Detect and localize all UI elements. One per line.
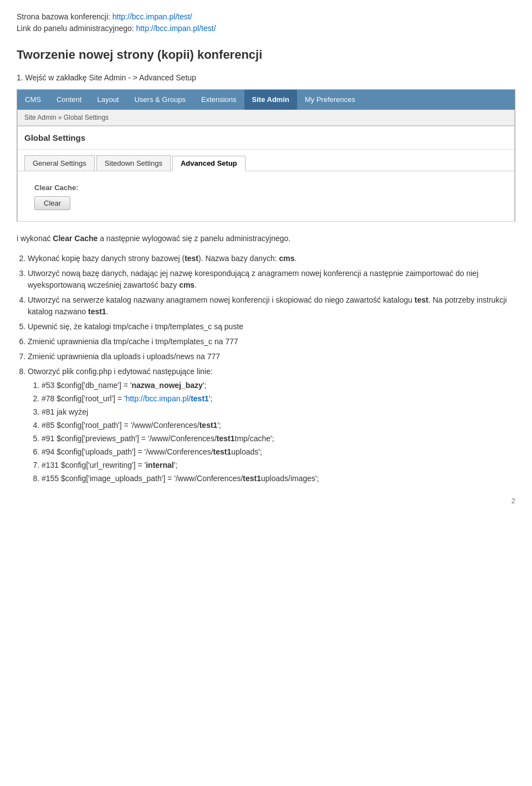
breadcrumb-bar: Site Admin » Global Settings — [17, 110, 515, 126]
clear-cache-section: Clear Cache: Clear — [34, 182, 498, 211]
nav-item-my-preferences[interactable]: My Preferences — [297, 90, 363, 110]
step5: Upewnić się, że katalogi tmp/cache i tmp… — [28, 321, 515, 333]
header-link2[interactable]: http://bcc.impan.pl/test/ — [136, 24, 216, 33]
step8-sub-item: #53 $config['db_name'] = 'nazwa_nowej_ba… — [42, 380, 515, 391]
header-line1: Strona bazowa konferencji: http://bcc.im… — [17, 11, 515, 23]
step2: Wykonać kopię bazy danych strony bazowej… — [28, 253, 515, 264]
tab-sitedown-settings[interactable]: Sitedown Settings — [96, 155, 171, 171]
step8-link[interactable]: http://bcc.impan.pl/test1 — [126, 394, 209, 403]
step8: Otworzyć plik config.php i edytować nast… — [28, 366, 515, 484]
header-line2: Link do panelu administracyjnego: http:/… — [17, 23, 515, 34]
step1-footer: i wykonać Clear Cache a następnie wylogo… — [17, 233, 515, 244]
step8-sub-item: #131 $config['url_rewriting'] = 'interna… — [42, 460, 515, 471]
step8-sub-item: #155 $config['image_uploads_path'] = '/w… — [42, 473, 515, 484]
tab-advanced-setup[interactable]: Advanced Setup — [172, 156, 245, 171]
global-settings-box: Global Settings General SettingsSitedown… — [17, 126, 515, 222]
step1-intro: 1. Wejść w zakładkę Site Admin - > Advan… — [17, 72, 515, 84]
nav-item-extensions[interactable]: Extensions — [193, 90, 244, 110]
step8-sub-item: #91 $config['previews_path'] = '/www/Con… — [42, 433, 515, 445]
step7: Zmienić uprawnienia dla uploads i upload… — [28, 351, 515, 363]
cms-nav: CMSContentLayoutUsers & GroupsExtensions… — [17, 90, 515, 110]
nav-item-users---groups[interactable]: Users & Groups — [126, 90, 193, 110]
nav-item-site-admin[interactable]: Site Admin — [244, 90, 297, 110]
step8-sub-item: #78 $config['root_url'] = 'http://bcc.im… — [42, 393, 515, 405]
clear-cache-label: Clear Cache: — [34, 182, 498, 193]
main-steps-list: Wykonać kopię bazy danych strony bazowej… — [28, 253, 515, 484]
header-line1-prefix: Strona bazowa konferencji: — [17, 12, 112, 21]
step8-sub-item: #85 $config['root_path'] = '/www/Confere… — [42, 420, 515, 431]
tab-general-settings[interactable]: General Settings — [24, 155, 95, 171]
steps-section: Wykonać kopię bazy danych strony bazowej… — [17, 253, 515, 484]
step3: Utworzyć nową bazę danych, nadając jej n… — [28, 268, 515, 291]
nav-item-cms[interactable]: CMS — [17, 90, 49, 110]
step8-sub-item: #94 $config['uploads_path'] = '/www/Conf… — [42, 446, 515, 458]
global-settings-title: Global Settings — [18, 126, 514, 150]
nav-item-layout[interactable]: Layout — [89, 90, 126, 110]
clear-cache-button[interactable]: Clear — [34, 196, 70, 210]
step8-sub-list: #53 $config['db_name'] = 'nazwa_nowej_ba… — [42, 380, 515, 484]
page-number: 2 — [17, 496, 515, 507]
main-title: Tworzenie nowej strony (kopii) konferenc… — [17, 45, 515, 64]
nav-item-content[interactable]: Content — [49, 90, 90, 110]
tab-content: Clear Cache: Clear — [18, 171, 514, 222]
step6: Zmienić uprawnienia dla tmp/cache i tmp/… — [28, 336, 515, 348]
cms-nav-wrapper: CMSContentLayoutUsers & GroupsExtensions… — [17, 89, 515, 222]
step4: Utworzyć na serwerze katalog nazwany ana… — [28, 294, 515, 318]
header-link1[interactable]: http://bcc.impan.pl/test/ — [112, 12, 192, 21]
settings-tabs: General SettingsSitedown SettingsAdvance… — [18, 150, 514, 171]
page-header: Strona bazowa konferencji: http://bcc.im… — [17, 11, 515, 34]
header-line2-prefix: Link do panelu administracyjnego: — [17, 24, 136, 33]
step8-sub-item: #81 jak wyżej — [42, 406, 515, 418]
